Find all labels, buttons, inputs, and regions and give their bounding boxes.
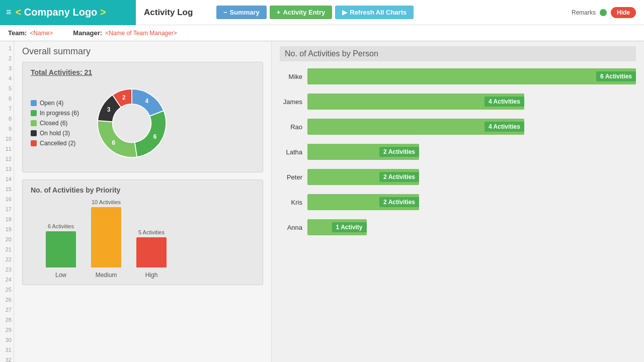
donut-label: 2 <box>122 94 126 101</box>
person-name: Mike <box>280 73 307 80</box>
line-number: 22 <box>0 254 14 264</box>
remarks-status-dot <box>600 9 607 16</box>
team-label: Team: <box>8 29 27 37</box>
activity-bar-container: 2 Activities <box>307 169 636 185</box>
bar-bottom-label: Low <box>55 272 66 279</box>
bar-group: 6 ActivitiesLow <box>46 198 76 279</box>
priority-bar-chart: 6 ActivitiesLow10 ActivitiesMedium5 Acti… <box>31 198 255 279</box>
left-panel: Overall summary Total Activities: 21 Ope… <box>14 41 272 362</box>
line-number: 14 <box>0 174 14 184</box>
person-name: Peter <box>280 173 307 181</box>
legend-label: In progress (6) <box>40 110 79 117</box>
line-number: 5 <box>0 83 14 94</box>
persons-list: Mike6 ActivitiesJames4 ActivitiesRao4 Ac… <box>280 68 636 235</box>
donut-label: 6 <box>153 133 157 140</box>
line-number: 27 <box>0 305 14 315</box>
overall-summary-title: Overall summary <box>22 46 263 57</box>
legend-item: In progress (6) <box>31 110 79 117</box>
line-number: 1 <box>0 43 14 53</box>
activity-count-badge: 6 Activities <box>596 71 636 81</box>
bar-bottom-label: Medium <box>96 272 117 279</box>
activity-count-badge: 2 Activities <box>379 172 419 182</box>
summary-button[interactable]: − Summary <box>216 6 267 19</box>
line-numbers: 1234567891011121314151617181920212223242… <box>0 41 14 362</box>
activity-bar: 6 Activities <box>307 68 636 84</box>
logo-text: < Company Logo > <box>16 7 106 18</box>
line-number: 19 <box>0 224 14 234</box>
line-number: 11 <box>0 144 14 154</box>
person-row: James4 Activities <box>280 94 636 110</box>
activity-bar: 2 Activities <box>307 144 419 160</box>
donut-label: 4 <box>145 98 149 105</box>
line-number: 16 <box>0 194 14 204</box>
legend-color-box <box>31 140 37 146</box>
activity-bar-container: 4 Activities <box>307 94 636 110</box>
priority-bar <box>91 207 121 267</box>
legend-color-box <box>31 110 37 116</box>
bar-top-label: 6 Activities <box>48 223 74 229</box>
priority-bar <box>46 231 76 267</box>
activity-entry-label: Activity Entry <box>283 9 325 16</box>
donut-label: 3 <box>107 106 111 113</box>
remarks-area: Remarks Hide <box>564 7 644 18</box>
activity-bar-container: 6 Activities <box>307 68 636 84</box>
line-number: 3 <box>0 63 14 73</box>
bar-bottom-label: High <box>145 272 158 279</box>
person-row: Peter2 Activities <box>280 169 636 185</box>
persons-title: No. of Activities by Person <box>280 46 636 61</box>
nav-buttons: − Summary + Activity Entry ▶ Refresh All… <box>216 6 564 19</box>
team-field: Team: <Name> <box>8 29 53 37</box>
activity-count-badge: 4 Activities <box>485 122 524 132</box>
priority-chart-box: No. of Activities by Priority 6 Activiti… <box>22 179 263 285</box>
person-name: Kris <box>280 199 307 206</box>
remarks-label: Remarks <box>572 9 596 16</box>
donut-area: Open (4)In progress (6)Closed (6)On hold… <box>31 80 255 166</box>
manager-field: Manager: <Name of Team Manager> <box>73 29 177 37</box>
activity-bar: 1 Activity <box>307 219 367 235</box>
line-number: 24 <box>0 275 14 285</box>
manager-label: Manager: <box>73 29 102 37</box>
activity-bar-container: 2 Activities <box>307 144 636 160</box>
right-panel: No. of Activities by Person Mike6 Activi… <box>272 41 644 362</box>
bar-group: 5 ActivitiesHigh <box>136 198 167 279</box>
line-number: 12 <box>0 154 14 164</box>
person-name: Anna <box>280 224 307 231</box>
page-title: Activity Log <box>136 8 216 18</box>
legend-item: Closed (6) <box>31 120 79 127</box>
activity-bar: 2 Activities <box>307 169 419 185</box>
logo-angle-right: > <box>100 7 106 18</box>
line-number: 29 <box>0 325 14 335</box>
line-number: 15 <box>0 184 14 194</box>
minus-icon: − <box>223 9 227 16</box>
line-number: 26 <box>0 295 14 305</box>
line-number: 31 <box>0 345 14 355</box>
priority-title: No. of Activities by Priority <box>31 186 255 194</box>
activity-count-badge: 2 Activities <box>379 147 419 157</box>
activity-entry-button[interactable]: + Activity Entry <box>270 6 332 19</box>
manager-value: <Name of Team Manager> <box>105 30 177 37</box>
line-number: 21 <box>0 244 14 254</box>
hamburger-icon[interactable]: ≡ <box>6 7 12 18</box>
legend-item: Cancelled (2) <box>31 140 79 147</box>
person-row: Mike6 Activities <box>280 68 636 84</box>
activity-count-badge: 2 Activities <box>379 197 419 207</box>
activity-count-badge: 4 Activities <box>485 97 524 107</box>
logo-name: Company Logo <box>24 7 98 18</box>
hide-button[interactable]: Hide <box>611 7 636 18</box>
line-number: 6 <box>0 94 14 104</box>
bar-top-label: 10 Activities <box>92 199 121 205</box>
line-number: 30 <box>0 335 14 345</box>
subheader: Team: <Name> Manager: <Name of Team Mana… <box>0 25 644 41</box>
donut-chart-box: Total Activities: 21 Open (4)In progress… <box>22 62 263 172</box>
activity-bar-container: 4 Activities <box>307 119 636 135</box>
refresh-button[interactable]: ▶ Refresh All Charts <box>335 6 414 19</box>
activity-bar: 2 Activities <box>307 194 419 210</box>
line-number: 23 <box>0 264 14 275</box>
line-number: 2 <box>0 53 14 63</box>
team-value: <Name> <box>30 30 53 37</box>
line-number: 20 <box>0 234 14 244</box>
donut-segment <box>135 111 166 157</box>
activity-bar: 4 Activities <box>307 94 524 110</box>
donut-legend: Open (4)In progress (6)Closed (6)On hold… <box>31 100 79 147</box>
line-number: 10 <box>0 134 14 144</box>
